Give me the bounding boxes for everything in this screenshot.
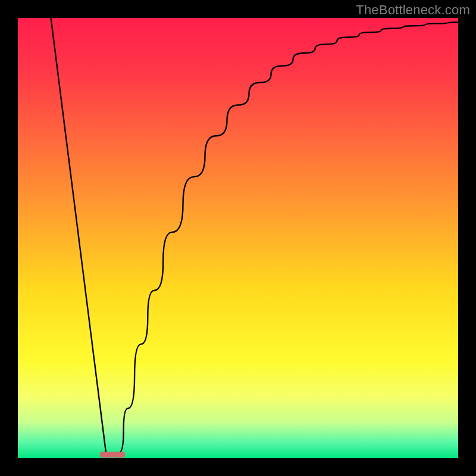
chart-plot [18, 18, 458, 458]
watermark-text: TheBottleneck.com [356, 2, 470, 18]
notch-marker [100, 452, 125, 458]
gradient-background [18, 18, 458, 458]
chart-frame: TheBottleneck.com [0, 0, 476, 476]
